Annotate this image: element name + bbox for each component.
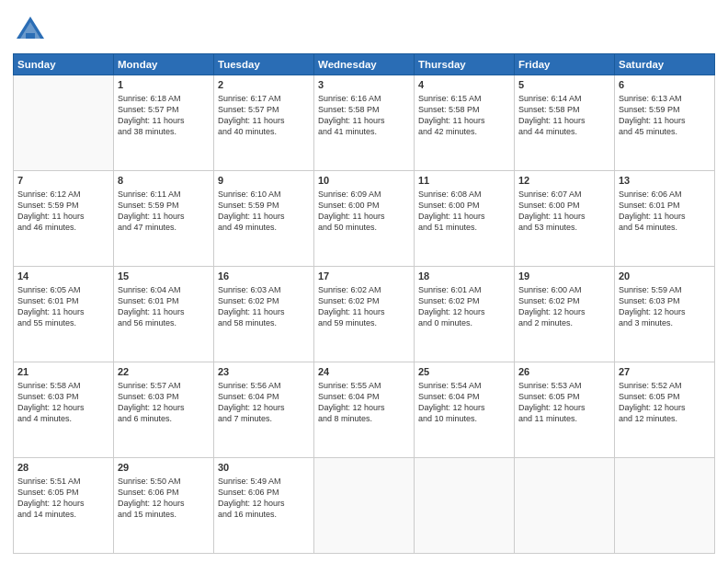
day-number: 24 [318, 365, 410, 379]
day-number: 15 [118, 270, 210, 283]
calendar-header-sunday: Sunday [14, 54, 114, 75]
day-info: Sunrise: 6:02 AM Sunset: 6:02 PM Dayligh… [318, 284, 410, 329]
logo-icon [13, 13, 48, 48]
calendar-cell: 23Sunrise: 5:56 AM Sunset: 6:04 PM Dayli… [214, 362, 314, 458]
calendar-cell [615, 458, 715, 554]
day-number: 4 [418, 78, 510, 92]
calendar-cell: 3Sunrise: 6:16 AM Sunset: 5:58 PM Daylig… [314, 75, 415, 171]
day-info: Sunrise: 6:11 AM Sunset: 5:59 PM Dayligh… [118, 189, 210, 234]
day-number: 30 [218, 461, 310, 475]
day-number: 5 [518, 78, 610, 92]
calendar-cell: 18Sunrise: 6:01 AM Sunset: 6:02 PM Dayli… [415, 267, 515, 362]
day-info: Sunrise: 5:49 AM Sunset: 6:06 PM Dayligh… [218, 476, 310, 521]
calendar-header-saturday: Saturday [615, 54, 715, 75]
day-number: 27 [619, 365, 711, 379]
calendar-cell: 14Sunrise: 6:05 AM Sunset: 6:01 PM Dayli… [14, 267, 114, 362]
day-info: Sunrise: 5:59 AM Sunset: 6:03 PM Dayligh… [619, 284, 711, 329]
day-info: Sunrise: 5:58 AM Sunset: 6:03 PM Dayligh… [17, 380, 109, 425]
calendar-cell: 28Sunrise: 5:51 AM Sunset: 6:05 PM Dayli… [14, 458, 114, 554]
day-info: Sunrise: 6:17 AM Sunset: 5:57 PM Dayligh… [218, 93, 310, 138]
calendar-cell: 17Sunrise: 6:02 AM Sunset: 6:02 PM Dayli… [314, 267, 415, 362]
calendar-cell: 13Sunrise: 6:06 AM Sunset: 6:01 PM Dayli… [615, 171, 715, 267]
day-info: Sunrise: 6:06 AM Sunset: 6:01 PM Dayligh… [619, 189, 711, 234]
day-number: 18 [418, 270, 510, 283]
calendar-week-4: 21Sunrise: 5:58 AM Sunset: 6:03 PM Dayli… [14, 362, 715, 458]
day-number: 14 [17, 270, 109, 283]
calendar-cell: 30Sunrise: 5:49 AM Sunset: 6:06 PM Dayli… [214, 458, 314, 554]
calendar-cell: 8Sunrise: 6:11 AM Sunset: 5:59 PM Daylig… [114, 171, 214, 267]
calendar-cell: 4Sunrise: 6:15 AM Sunset: 5:58 PM Daylig… [415, 75, 515, 171]
day-number: 11 [418, 174, 510, 188]
day-info: Sunrise: 6:14 AM Sunset: 5:58 PM Dayligh… [518, 93, 610, 138]
day-number: 9 [218, 174, 310, 188]
day-info: Sunrise: 5:53 AM Sunset: 6:05 PM Dayligh… [518, 380, 610, 425]
calendar-cell: 2Sunrise: 6:17 AM Sunset: 5:57 PM Daylig… [214, 75, 314, 171]
day-number: 29 [118, 461, 210, 475]
day-number: 28 [17, 461, 109, 475]
day-info: Sunrise: 5:55 AM Sunset: 6:04 PM Dayligh… [318, 380, 410, 425]
day-number: 2 [218, 78, 310, 92]
calendar-cell [14, 75, 114, 171]
calendar-cell: 22Sunrise: 5:57 AM Sunset: 6:03 PM Dayli… [114, 362, 214, 458]
day-number: 1 [118, 78, 210, 92]
calendar-header-friday: Friday [515, 54, 615, 75]
day-number: 23 [218, 365, 310, 379]
calendar-cell: 5Sunrise: 6:14 AM Sunset: 5:58 PM Daylig… [515, 75, 615, 171]
calendar-cell: 16Sunrise: 6:03 AM Sunset: 6:02 PM Dayli… [214, 267, 314, 362]
day-info: Sunrise: 6:13 AM Sunset: 5:59 PM Dayligh… [619, 93, 711, 138]
calendar-header-tuesday: Tuesday [214, 54, 314, 75]
calendar-cell [314, 458, 415, 554]
calendar-week-3: 14Sunrise: 6:05 AM Sunset: 6:01 PM Dayli… [14, 267, 715, 362]
calendar-cell: 26Sunrise: 5:53 AM Sunset: 6:05 PM Dayli… [515, 362, 615, 458]
day-info: Sunrise: 6:15 AM Sunset: 5:58 PM Dayligh… [418, 93, 510, 138]
calendar-week-5: 28Sunrise: 5:51 AM Sunset: 6:05 PM Dayli… [14, 458, 715, 554]
day-number: 25 [418, 365, 510, 379]
calendar-cell: 12Sunrise: 6:07 AM Sunset: 6:00 PM Dayli… [515, 171, 615, 267]
calendar-cell: 25Sunrise: 5:54 AM Sunset: 6:04 PM Dayli… [415, 362, 515, 458]
header [13, 9, 715, 48]
day-info: Sunrise: 6:03 AM Sunset: 6:02 PM Dayligh… [218, 284, 310, 329]
day-info: Sunrise: 6:07 AM Sunset: 6:00 PM Dayligh… [518, 189, 610, 234]
day-number: 20 [619, 270, 711, 283]
day-number: 19 [518, 270, 610, 283]
day-number: 12 [518, 174, 610, 188]
calendar-cell: 9Sunrise: 6:10 AM Sunset: 5:59 PM Daylig… [214, 171, 314, 267]
day-number: 8 [118, 174, 210, 188]
calendar-header-thursday: Thursday [415, 54, 515, 75]
calendar-cell: 29Sunrise: 5:50 AM Sunset: 6:06 PM Dayli… [114, 458, 214, 554]
day-number: 10 [318, 174, 410, 188]
day-number: 13 [619, 174, 711, 188]
logo [13, 13, 51, 48]
calendar-week-1: 1Sunrise: 6:18 AM Sunset: 5:57 PM Daylig… [14, 75, 715, 171]
calendar-cell: 21Sunrise: 5:58 AM Sunset: 6:03 PM Dayli… [14, 362, 114, 458]
page: SundayMondayTuesdayWednesdayThursdayFrid… [0, 0, 728, 563]
calendar-table: SundayMondayTuesdayWednesdayThursdayFrid… [13, 53, 715, 554]
day-info: Sunrise: 5:56 AM Sunset: 6:04 PM Dayligh… [218, 380, 310, 425]
day-info: Sunrise: 5:54 AM Sunset: 6:04 PM Dayligh… [418, 380, 510, 425]
day-number: 3 [318, 78, 410, 92]
day-info: Sunrise: 5:52 AM Sunset: 6:05 PM Dayligh… [619, 380, 711, 425]
calendar-cell [415, 458, 515, 554]
calendar-week-2: 7Sunrise: 6:12 AM Sunset: 5:59 PM Daylig… [14, 171, 715, 267]
day-number: 21 [17, 365, 109, 379]
calendar-cell: 6Sunrise: 6:13 AM Sunset: 5:59 PM Daylig… [615, 75, 715, 171]
calendar-cell: 10Sunrise: 6:09 AM Sunset: 6:00 PM Dayli… [314, 171, 415, 267]
calendar-cell: 1Sunrise: 6:18 AM Sunset: 5:57 PM Daylig… [114, 75, 214, 171]
day-info: Sunrise: 6:10 AM Sunset: 5:59 PM Dayligh… [218, 189, 310, 234]
day-info: Sunrise: 6:09 AM Sunset: 6:00 PM Dayligh… [318, 189, 410, 234]
calendar-header-wednesday: Wednesday [314, 54, 415, 75]
day-info: Sunrise: 5:57 AM Sunset: 6:03 PM Dayligh… [118, 380, 210, 425]
day-info: Sunrise: 5:51 AM Sunset: 6:05 PM Dayligh… [17, 476, 109, 521]
day-info: Sunrise: 6:18 AM Sunset: 5:57 PM Dayligh… [118, 93, 210, 138]
day-number: 16 [218, 270, 310, 283]
calendar-header-row: SundayMondayTuesdayWednesdayThursdayFrid… [14, 54, 715, 75]
calendar-cell: 20Sunrise: 5:59 AM Sunset: 6:03 PM Dayli… [615, 267, 715, 362]
calendar-header-monday: Monday [114, 54, 214, 75]
day-info: Sunrise: 6:08 AM Sunset: 6:00 PM Dayligh… [418, 189, 510, 234]
calendar-cell: 7Sunrise: 6:12 AM Sunset: 5:59 PM Daylig… [14, 171, 114, 267]
day-number: 22 [118, 365, 210, 379]
svg-rect-2 [26, 33, 35, 39]
day-number: 17 [318, 270, 410, 283]
calendar-cell [515, 458, 615, 554]
day-info: Sunrise: 6:12 AM Sunset: 5:59 PM Dayligh… [17, 189, 109, 234]
